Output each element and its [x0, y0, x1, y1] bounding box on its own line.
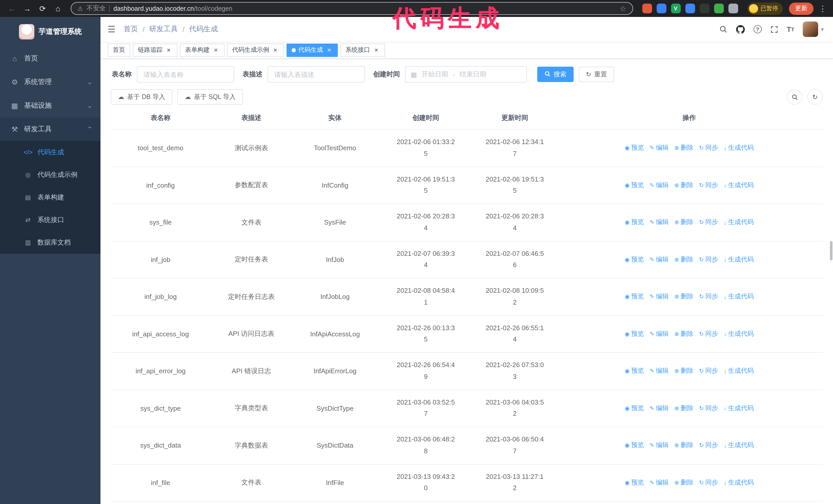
scrollbar-thumb[interactable]	[830, 241, 832, 261]
browser-update-button[interactable]: 更新	[789, 2, 813, 15]
action-edit[interactable]: ✎编辑	[650, 181, 669, 190]
end-date-placeholder[interactable]: 结束日期	[459, 70, 486, 79]
start-date-placeholder[interactable]: 开始日期	[422, 70, 448, 79]
action-sync[interactable]: ↻同步	[699, 144, 718, 152]
reset-button[interactable]: ↻ 重置	[579, 67, 614, 82]
sidebar-item-codegen[interactable]: </>代码生成	[0, 141, 100, 164]
address-bar[interactable]: ⚠ 不安全 dashboard.yudao.iocoder.cn/tool/co…	[71, 2, 633, 15]
action-sync[interactable]: ↻同步	[699, 181, 718, 190]
action-edit[interactable]: ✎编辑	[650, 367, 669, 376]
action-generate[interactable]: ↓生成代码	[724, 330, 754, 338]
tab-close-icon[interactable]: ×	[212, 46, 219, 54]
action-edit[interactable]: ✎编辑	[650, 144, 669, 152]
action-generate[interactable]: ↓生成代码	[724, 367, 754, 376]
action-delete[interactable]: ⊗删除	[674, 478, 693, 487]
action-edit[interactable]: ✎编辑	[650, 218, 669, 227]
extension-blue-drop-icon[interactable]	[657, 4, 666, 13]
sidebar-item-api[interactable]: ⇄系统接口	[0, 209, 100, 231]
tab-2[interactable]: 表单构建×	[180, 43, 224, 57]
toggle-search-icon[interactable]	[787, 89, 802, 104]
font-size-icon[interactable]: TT	[787, 25, 794, 33]
tab-4[interactable]: 代码生成×	[287, 43, 338, 57]
action-preview[interactable]: ◉预览	[625, 181, 644, 190]
browser-back-icon[interactable]: ←	[5, 2, 19, 15]
table-desc-input[interactable]	[268, 66, 365, 82]
action-sync[interactable]: ↻同步	[699, 292, 718, 301]
extension-green-check-icon[interactable]: V	[671, 4, 681, 13]
sidebar-item-system[interactable]: ⚙系统管理⌄	[0, 70, 100, 94]
fullscreen-icon[interactable]	[770, 25, 778, 33]
sidebar-item-db-doc[interactable]: ▥数据库文档	[0, 231, 100, 254]
action-edit[interactable]: ✎编辑	[650, 478, 669, 487]
extension-leaf-icon[interactable]	[714, 4, 723, 13]
action-generate[interactable]: ↓生成代码	[724, 181, 754, 190]
sidebar-item-infra[interactable]: ▦基础设施⌄	[0, 94, 100, 117]
action-sync[interactable]: ↻同步	[699, 330, 718, 338]
action-delete[interactable]: ⊗删除	[674, 144, 693, 152]
action-edit[interactable]: ✎编辑	[650, 255, 669, 264]
browser-menu-kebab-icon[interactable]: ⋮	[818, 4, 828, 13]
action-delete[interactable]: ⊗删除	[674, 218, 693, 227]
breadcrumb-item-0[interactable]: 首页	[124, 25, 138, 34]
refresh-table-icon[interactable]: ↻	[807, 89, 823, 104]
action-generate[interactable]: ↓生成代码	[724, 144, 754, 152]
search-button[interactable]: 搜索	[537, 67, 574, 82]
action-sync[interactable]: ↻同步	[699, 478, 718, 487]
logo[interactable]: 芋道管理系统	[0, 17, 100, 47]
extension-puzzle-icon[interactable]	[728, 4, 738, 13]
extension-dark-box-icon[interactable]	[699, 4, 709, 13]
date-range-picker[interactable]: ▦ 开始日期 - 结束日期	[405, 66, 527, 82]
tab-3[interactable]: 代码生成示例×	[227, 43, 284, 57]
action-preview[interactable]: ◉预览	[625, 292, 644, 301]
tab-close-icon[interactable]: ×	[326, 46, 333, 54]
action-preview[interactable]: ◉预览	[625, 255, 644, 264]
action-edit[interactable]: ✎编辑	[650, 292, 669, 301]
help-icon[interactable]: ?	[754, 25, 762, 33]
browser-forward-icon[interactable]: →	[21, 2, 34, 15]
action-edit[interactable]: ✎编辑	[650, 441, 669, 450]
action-edit[interactable]: ✎编辑	[650, 404, 669, 413]
browser-reload-icon[interactable]: ⟳	[36, 2, 49, 15]
action-sync[interactable]: ↻同步	[699, 255, 718, 264]
action-generate[interactable]: ↓生成代码	[724, 218, 754, 227]
browser-home-icon[interactable]: ⌂	[51, 2, 65, 15]
bookmark-star-icon[interactable]: ☆	[620, 4, 626, 13]
action-generate[interactable]: ↓生成代码	[724, 478, 754, 487]
tab-close-icon[interactable]: ×	[165, 46, 172, 54]
action-preview[interactable]: ◉预览	[625, 330, 644, 338]
sidebar-item-codegen-example[interactable]: ◎代码生成示例	[0, 164, 100, 186]
hamburger-icon[interactable]: ☰	[108, 24, 116, 34]
action-preview[interactable]: ◉预览	[625, 144, 644, 152]
import-db-button[interactable]: ☁ 基于 DB 导入	[111, 89, 172, 104]
action-delete[interactable]: ⊗删除	[674, 330, 693, 338]
action-sync[interactable]: ↻同步	[699, 404, 718, 413]
tab-close-icon[interactable]: ×	[272, 46, 279, 54]
action-delete[interactable]: ⊗删除	[674, 404, 693, 413]
action-generate[interactable]: ↓生成代码	[724, 255, 754, 264]
sidebar-item-devtools[interactable]: ⚒研发工具⌃	[0, 117, 100, 141]
action-preview[interactable]: ◉预览	[625, 404, 644, 413]
action-delete[interactable]: ⊗删除	[674, 181, 693, 190]
sidebar-item-form-builder[interactable]: ▤表单构建	[0, 186, 100, 209]
extension-fox-icon[interactable]	[642, 4, 652, 13]
action-preview[interactable]: ◉预览	[625, 478, 644, 487]
search-icon[interactable]	[719, 25, 728, 33]
tab-close-icon[interactable]: ×	[373, 46, 380, 54]
action-generate[interactable]: ↓生成代码	[724, 404, 754, 413]
tab-0[interactable]: 首页	[108, 43, 130, 57]
user-avatar[interactable]: ▾	[803, 22, 824, 37]
breadcrumb-item-1[interactable]: 研发工具	[149, 25, 178, 34]
action-generate[interactable]: ↓生成代码	[724, 441, 754, 450]
action-sync[interactable]: ↻同步	[699, 218, 718, 227]
extension-people-icon[interactable]	[685, 4, 695, 13]
action-delete[interactable]: ⊗删除	[674, 367, 693, 376]
tab-1[interactable]: 链路追踪×	[133, 43, 177, 57]
security-label[interactable]: 不安全	[87, 4, 106, 13]
action-preview[interactable]: ◉预览	[625, 367, 644, 376]
tab-5[interactable]: 系统接口×	[340, 43, 385, 57]
profile-chip[interactable]: 已暂停	[747, 2, 783, 15]
action-delete[interactable]: ⊗删除	[674, 255, 693, 264]
sidebar-item-home[interactable]: ⌂首页	[0, 47, 100, 70]
action-generate[interactable]: ↓生成代码	[724, 292, 754, 301]
action-sync[interactable]: ↻同步	[699, 441, 718, 450]
